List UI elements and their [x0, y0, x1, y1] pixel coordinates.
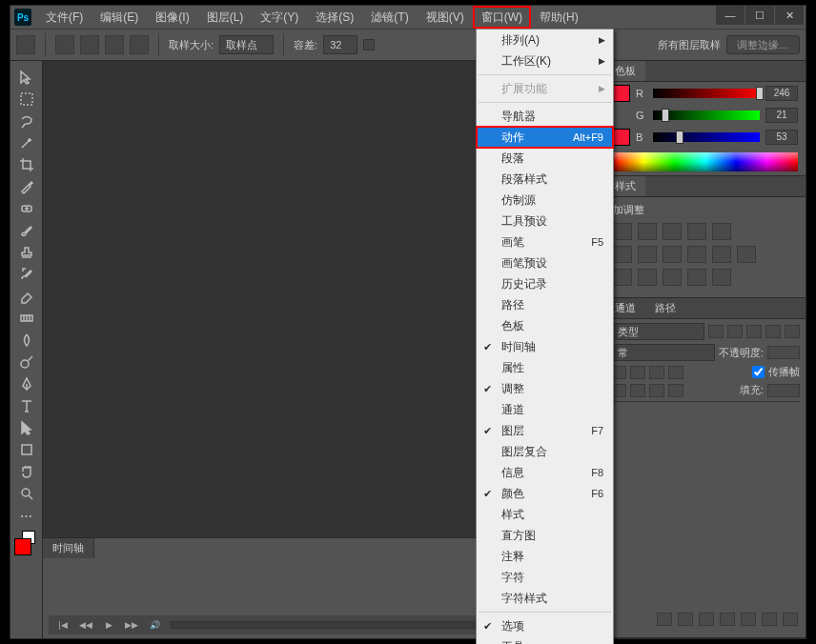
mi-layers[interactable]: ✔图层F7 [477, 420, 613, 441]
mi-history[interactable]: 历史记录 [477, 273, 613, 294]
mask-icon[interactable] [699, 613, 714, 626]
adj-vibrance-icon[interactable] [712, 223, 731, 240]
menu-help[interactable]: 帮助(H) [531, 6, 587, 29]
adj-selcol-icon[interactable] [712, 269, 731, 286]
adj-curves-icon[interactable] [663, 223, 682, 240]
lock4-icon[interactable] [649, 384, 664, 397]
shape-tool[interactable] [14, 439, 39, 460]
crop-tool[interactable] [14, 154, 39, 175]
r-value[interactable]: 246 [765, 86, 798, 101]
fill-field[interactable] [767, 384, 800, 397]
mi-paragraph[interactable]: 段落 [477, 148, 613, 169]
group-icon[interactable] [741, 613, 756, 626]
lock-all-icon[interactable] [668, 366, 683, 379]
b-slider[interactable] [653, 132, 760, 142]
propagate-check[interactable] [752, 366, 765, 378]
lasso-tool[interactable] [14, 111, 39, 131]
adj-invert-icon[interactable] [613, 269, 632, 286]
close-button[interactable]: ✕ [775, 6, 804, 25]
eraser-tool[interactable] [14, 286, 39, 307]
opt-icon-4[interactable] [130, 35, 149, 54]
marquee-tool[interactable] [14, 89, 39, 110]
refine-edge-button[interactable]: 调整边缘… [726, 35, 800, 54]
mi-color[interactable]: ✔颜色F6 [477, 483, 613, 504]
mi-notes[interactable]: 注释 [477, 546, 613, 567]
opt-icon-3[interactable] [105, 35, 124, 54]
lock-pos-icon[interactable] [649, 366, 664, 379]
history-brush-tool[interactable] [14, 264, 39, 285]
pen-tool[interactable] [14, 373, 39, 394]
adj-bw-icon[interactable] [663, 246, 682, 263]
mi-styles[interactable]: 样式 [477, 504, 613, 525]
blur-tool[interactable] [14, 330, 39, 351]
mi-char-styles[interactable]: 字符样式 [477, 588, 613, 609]
stamp-tool[interactable] [14, 242, 39, 263]
secondary-color-swatch[interactable] [613, 129, 630, 146]
menu-edit[interactable]: 编辑(E) [92, 6, 147, 29]
zoom-tool[interactable] [14, 483, 39, 504]
mi-tools[interactable]: ✔工具 [477, 636, 613, 644]
new-layer-icon[interactable] [762, 613, 777, 626]
color-swatches[interactable] [12, 531, 41, 559]
menu-type[interactable]: 文字(Y) [252, 6, 307, 29]
mi-info[interactable]: 信息F8 [477, 462, 613, 483]
fx-icon[interactable] [678, 613, 693, 626]
filter-smart-icon[interactable] [785, 325, 800, 338]
adj-hue-icon[interactable] [613, 246, 632, 263]
adj-levels-icon[interactable] [638, 223, 657, 240]
menu-file[interactable]: 文件(F) [37, 6, 92, 29]
menu-window[interactable]: 窗口(W) [473, 6, 531, 29]
brush-tool[interactable] [14, 220, 39, 241]
tool-preset-icon[interactable] [16, 35, 35, 54]
edit-toolbar[interactable]: ⋯ [14, 505, 39, 526]
foreground-swatch[interactable] [14, 538, 31, 555]
b-value[interactable]: 53 [765, 130, 798, 145]
mi-swatches[interactable]: 色板 [477, 315, 613, 336]
blend-mode-dropdown[interactable]: 常 [611, 344, 715, 361]
link-icon[interactable] [657, 613, 672, 626]
tl-audio-icon[interactable]: 🔊 [144, 617, 165, 633]
filter-adj-icon[interactable] [727, 325, 743, 338]
adj-chmix-icon[interactable] [712, 246, 731, 263]
adj-brightness-icon[interactable] [613, 223, 632, 240]
gradient-tool[interactable] [14, 308, 39, 329]
eyedropper-tool[interactable] [14, 176, 39, 197]
mi-timeline[interactable]: ✔时间轴 [477, 336, 613, 357]
tl-first-icon[interactable]: |◀ [52, 617, 73, 633]
move-tool[interactable] [14, 67, 39, 88]
mi-navigator[interactable]: 导航器 [477, 106, 613, 127]
filter-type-icon[interactable] [746, 325, 762, 338]
antialias-check[interactable] [363, 39, 375, 50]
maximize-button[interactable]: ☐ [745, 6, 774, 25]
g-value[interactable]: 21 [765, 108, 798, 123]
healing-tool[interactable] [14, 198, 39, 219]
opt-icon-1[interactable] [55, 35, 74, 54]
mi-arrange[interactable]: 排列(A)▶ [477, 30, 613, 50]
lock5-icon[interactable] [668, 384, 683, 397]
lock-pixel-icon[interactable] [630, 366, 645, 379]
menu-layer[interactable]: 图层(L) [198, 6, 253, 29]
opt-icon-2[interactable] [80, 35, 99, 54]
mi-properties[interactable]: 属性 [477, 357, 613, 378]
tl-prev-icon[interactable]: ◀◀ [75, 617, 96, 633]
mi-tool-presets[interactable]: 工具预设 [477, 211, 613, 231]
mi-histogram[interactable]: 直方图 [477, 525, 613, 546]
mi-brush-presets[interactable]: 画笔预设 [477, 252, 613, 273]
adj-poster-icon[interactable] [638, 269, 657, 286]
adj-gradmap-icon[interactable] [687, 269, 706, 286]
mi-workspace[interactable]: 工作区(K)▶ [477, 50, 613, 71]
adj-layer-icon[interactable] [720, 613, 735, 626]
adj-colorbal-icon[interactable] [638, 246, 657, 263]
mi-adjustments[interactable]: ✔调整 [477, 378, 613, 399]
adj-thresh-icon[interactable] [663, 269, 682, 286]
mi-actions[interactable]: 动作Alt+F9 [477, 127, 613, 148]
g-slider[interactable] [653, 111, 760, 120]
filter-pixel-icon[interactable] [708, 325, 724, 338]
hand-tool[interactable] [14, 461, 39, 482]
mi-channels[interactable]: 通道 [477, 399, 613, 420]
path-select-tool[interactable] [14, 417, 39, 438]
lock3-icon[interactable] [630, 384, 645, 397]
type-tool[interactable] [14, 395, 39, 416]
color-spectrum[interactable] [613, 152, 798, 171]
menu-image[interactable]: 图像(I) [147, 6, 197, 29]
